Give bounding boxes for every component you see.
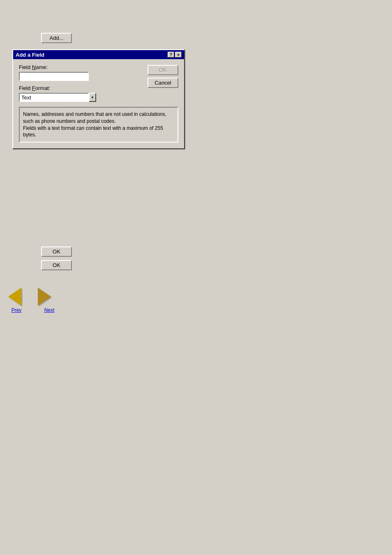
- field-format-label: Field Format:: [19, 85, 142, 91]
- ok-button-1[interactable]: OK: [41, 246, 72, 257]
- nav-links-row: Prev Next: [8, 307, 58, 313]
- next-arrow-button[interactable]: [38, 288, 51, 306]
- dialog-ok-button[interactable]: OK: [148, 65, 178, 75]
- ok-buttons-area: OK OK: [41, 246, 72, 270]
- field-name-label: Field Name:: [19, 64, 142, 70]
- dialog-body: Field Name: Field Format: Text Number Da…: [13, 59, 184, 148]
- field-name-input[interactable]: [19, 72, 89, 81]
- dialog-main-row: Field Name: Field Format: Text Number Da…: [19, 64, 178, 102]
- format-select[interactable]: Text Number Date Yes/No OLE Object Hyper…: [19, 93, 89, 102]
- prev-arrow-button[interactable]: [8, 288, 21, 306]
- dialog-right-column: OK Cancel: [148, 65, 178, 88]
- description-text: Names, addresses and numbers that are no…: [23, 111, 166, 138]
- dialog-left-column: Field Name: Field Format: Text Number Da…: [19, 64, 142, 102]
- field-format-underline-f: F: [32, 85, 35, 91]
- description-box: Names, addresses and numbers that are no…: [19, 107, 178, 143]
- format-select-arrow[interactable]: ▼: [89, 93, 96, 102]
- dialog-controls: ? ×: [168, 52, 182, 58]
- dialog-title: Add a Field: [16, 52, 44, 58]
- field-name-underline-n: N: [32, 64, 36, 70]
- dialog-cancel-button[interactable]: Cancel: [148, 78, 178, 88]
- dialog-titlebar: Add a Field ? ×: [13, 50, 184, 59]
- format-select-wrapper: Text Number Date Yes/No OLE Object Hyper…: [19, 93, 142, 102]
- add-field-dialog: Add a Field ? × Field Name: Field Format…: [12, 49, 185, 149]
- dialog-help-button[interactable]: ?: [168, 52, 174, 58]
- add-button-area: Add...: [41, 33, 72, 43]
- dialog-close-button[interactable]: ×: [175, 52, 182, 58]
- next-link[interactable]: Next: [41, 307, 58, 313]
- add-button[interactable]: Add...: [41, 33, 72, 43]
- ok-button-2[interactable]: OK: [41, 260, 72, 270]
- format-row: Field Format: Text Number Date Yes/No OL…: [19, 85, 142, 102]
- nav-arrows-area: Prev Next: [8, 288, 58, 313]
- arrows-row: [8, 288, 58, 306]
- prev-link[interactable]: Prev: [8, 307, 25, 313]
